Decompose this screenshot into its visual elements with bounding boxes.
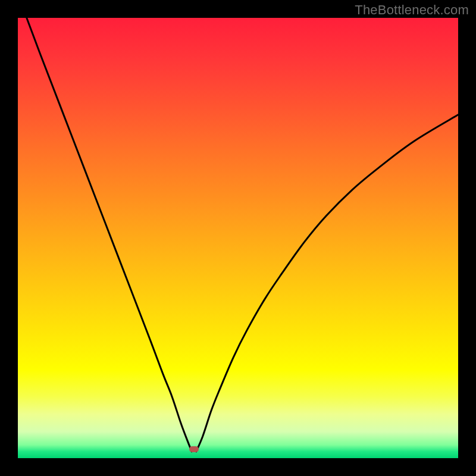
watermark-text: TheBottleneck.com [355,2,469,18]
plot-area [18,18,458,458]
bottleneck-curve [18,18,458,458]
chart-frame: TheBottleneck.com [0,0,476,476]
optimal-point-marker [189,446,199,452]
